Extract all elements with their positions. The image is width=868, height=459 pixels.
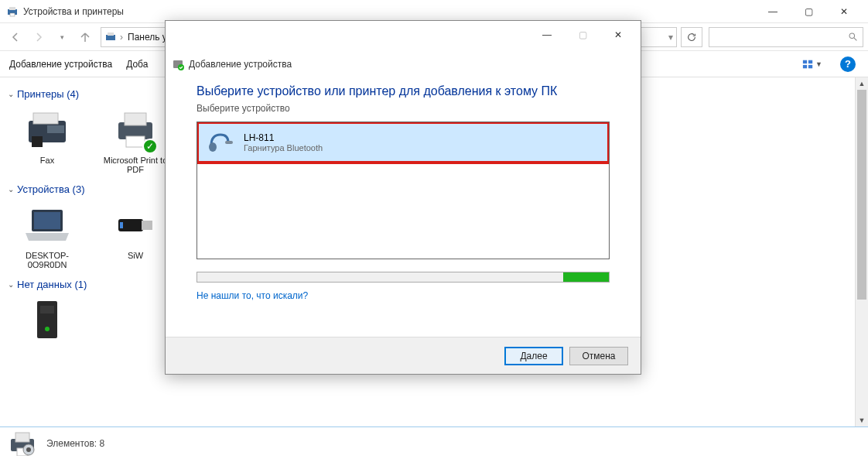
svg-rect-24: [40, 306, 54, 313]
add-printer-command-truncated[interactable]: Доба: [126, 59, 148, 70]
svg-point-5: [849, 33, 855, 39]
refresh-button[interactable]: [681, 27, 702, 47]
svg-rect-14: [47, 125, 64, 133]
window-title: Устройства и принтеры: [23, 6, 755, 17]
bluetooth-headset-icon: [207, 130, 234, 155]
breadcrumb-sep: ›: [120, 32, 123, 43]
scroll-down-icon[interactable]: ▼: [856, 414, 868, 426]
status-printer-icon: [8, 431, 37, 456]
fax-icon: [20, 106, 74, 152]
maximize-button[interactable]: ▢: [791, 0, 826, 23]
laptop-icon: [20, 201, 74, 248]
svg-rect-19: [34, 212, 60, 229]
dialog-minimize-button[interactable]: —: [529, 23, 565, 46]
svg-rect-22: [120, 222, 123, 228]
chevron-down-icon: ⌄: [8, 280, 14, 289]
add-device-wizard-icon: [172, 58, 184, 70]
search-icon: [848, 32, 858, 42]
status-text: Элементов: 8: [46, 438, 104, 449]
default-check-icon: ✓: [142, 139, 158, 154]
device-entry-type: Гарнитура Bluetooth: [244, 143, 323, 152]
add-device-dialog: — ▢ ✕ Добавление устройства Выберите уст…: [165, 20, 641, 375]
tower-icon: [20, 296, 74, 343]
dialog-titlebar: — ▢ ✕: [166, 21, 641, 49]
svg-point-33: [209, 142, 217, 152]
up-button[interactable]: [74, 26, 96, 48]
usb-drive-icon: [108, 201, 162, 248]
help-button[interactable]: ?: [837, 55, 859, 74]
back-button[interactable]: [5, 26, 26, 48]
svg-rect-4: [108, 33, 114, 36]
svg-line-6: [854, 38, 856, 40]
device-label: Microsoft Print to PDF: [101, 156, 170, 174]
group-label: Нет данных (1): [17, 279, 87, 290]
svg-rect-8: [808, 60, 812, 63]
svg-rect-13: [32, 136, 43, 147]
dialog-footer: Далее Отмена: [166, 337, 641, 374]
chevron-down-icon: ⌄: [8, 185, 14, 194]
device-label: DESKTOP-0O9R0DN: [12, 251, 82, 269]
scrollbar-thumb[interactable]: [857, 90, 866, 300]
status-bar: Элементов: 8: [0, 426, 868, 459]
svg-rect-10: [808, 64, 812, 67]
svg-rect-16: [125, 113, 146, 125]
device-ms-print-pdf[interactable]: ✓ Microsoft Print to PDF: [101, 106, 170, 174]
device-desktop[interactable]: DESKTOP-0O9R0DN: [12, 201, 82, 269]
svg-point-32: [178, 64, 184, 70]
devices-printers-icon: [6, 5, 19, 18]
svg-point-30: [26, 447, 31, 452]
recent-dropdown[interactable]: ▾: [51, 26, 73, 48]
discovered-device-list[interactable]: LH-811 Гарнитура Bluetooth: [196, 122, 610, 259]
svg-rect-1: [9, 7, 15, 10]
dialog-subheading: Выберите устройство: [196, 103, 610, 114]
svg-rect-12: [33, 113, 58, 124]
chevron-down-icon: ⌄: [8, 90, 14, 98]
group-label: Устройства (3): [17, 183, 85, 195]
scroll-up-icon[interactable]: ▲: [856, 77, 868, 90]
svg-rect-27: [15, 433, 29, 442]
svg-rect-21: [142, 221, 152, 230]
device-label: SiW: [101, 251, 170, 260]
dialog-close-button[interactable]: ✕: [600, 23, 636, 46]
group-label: Принтеры (4): [17, 88, 79, 100]
svg-rect-7: [803, 60, 807, 63]
printer-icon: ✓: [108, 106, 162, 152]
dialog-maximize-button[interactable]: ▢: [565, 23, 600, 46]
close-button[interactable]: ✕: [826, 0, 862, 23]
device-label: Fax: [12, 156, 82, 165]
progress-fill: [563, 272, 609, 282]
device-fax[interactable]: Fax: [12, 106, 82, 174]
dialog-heading: Выберите устройство или принтер для доба…: [196, 84, 610, 98]
next-button[interactable]: Далее: [504, 347, 563, 365]
not-found-link[interactable]: Не нашли то, что искали?: [196, 290, 308, 301]
search-input[interactable]: [714, 32, 848, 43]
device-entry-lh811[interactable]: LH-811 Гарнитура Bluetooth: [197, 122, 609, 163]
device-entry-name: LH-811: [244, 132, 323, 143]
dialog-title: Добавление устройства: [189, 59, 292, 70]
add-device-command[interactable]: Добавление устройства: [9, 59, 112, 70]
svg-rect-9: [803, 64, 807, 67]
address-dropdown-chevron[interactable]: ▾: [668, 32, 673, 43]
svg-point-25: [45, 327, 50, 331]
scan-progress-bar: [196, 272, 610, 283]
device-unknown[interactable]: [12, 296, 82, 346]
svg-rect-2: [10, 13, 15, 16]
svg-rect-3: [106, 35, 115, 40]
minimize-button[interactable]: —: [755, 0, 791, 23]
view-options-button[interactable]: ▼: [801, 55, 823, 74]
forward-button[interactable]: [28, 26, 50, 48]
devices-printers-icon: [104, 31, 117, 43]
svg-rect-34: [225, 141, 233, 144]
vertical-scrollbar[interactable]: ▲ ▼: [855, 77, 868, 426]
search-box[interactable]: [709, 27, 863, 47]
cancel-button[interactable]: Отмена: [569, 347, 628, 365]
device-siw[interactable]: SiW: [101, 201, 170, 269]
